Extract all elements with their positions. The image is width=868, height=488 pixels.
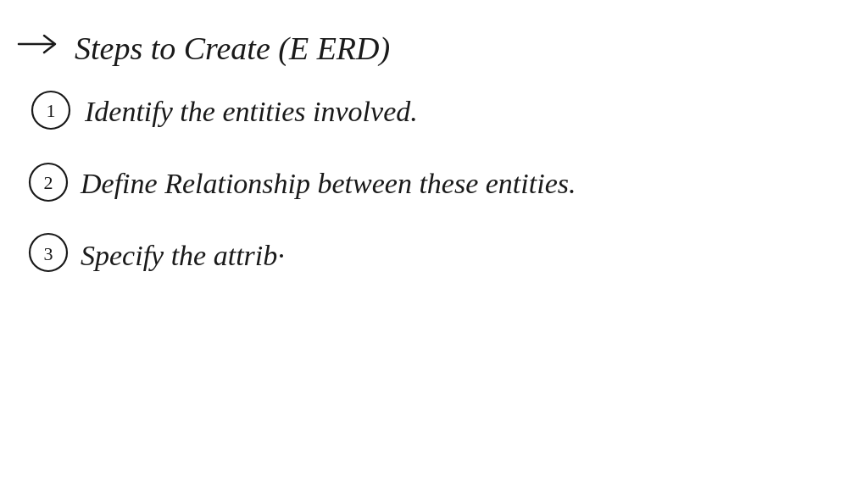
- step1-text: Identify the entities involved.: [84, 96, 418, 127]
- step1-number: 1: [47, 100, 56, 121]
- step2-text: Define Relationship between these entiti…: [80, 168, 576, 199]
- page: Steps to Create (E ERD) 1 Identify the e…: [0, 0, 868, 488]
- step3-number: 3: [44, 243, 53, 264]
- content-area: Steps to Create (E ERD) 1 Identify the e…: [0, 0, 868, 488]
- heading-text: Steps to Create (E ERD): [75, 30, 390, 67]
- step2-number: 2: [44, 172, 53, 193]
- step3-text: Specify the attrib·: [81, 240, 285, 271]
